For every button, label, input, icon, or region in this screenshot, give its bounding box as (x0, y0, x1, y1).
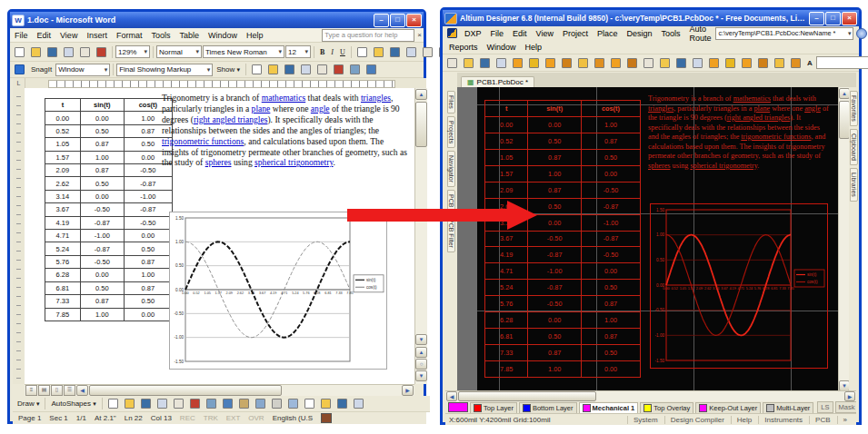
hyperlink[interactable]: spherical trigonometry (254, 157, 334, 167)
align-right-icon[interactable] (387, 44, 403, 59)
zoom-in-icon[interactable] (559, 55, 574, 70)
select-arrow-icon[interactable] (105, 397, 121, 411)
close-button[interactable]: × (842, 12, 857, 25)
line-spacing-icon[interactable] (404, 44, 419, 59)
status-button-help[interactable]: Help (731, 416, 757, 424)
arrow-icon[interactable] (138, 397, 154, 411)
hyperlink[interactable]: spheres (648, 162, 671, 170)
close-button[interactable]: × (406, 14, 422, 27)
rectangle-icon[interactable] (155, 397, 170, 411)
menu-edit[interactable]: Edit (508, 28, 532, 39)
sin-cos-chart[interactable]: 0.000.521.051.572.092.623.143.674.194.71… (169, 212, 387, 370)
minimize-button[interactable]: – (374, 14, 389, 27)
scroll-left-icon[interactable]: ◀ (76, 385, 88, 396)
cut-icon[interactable] (608, 55, 624, 70)
snagit-icon[interactable] (12, 63, 27, 77)
ls-button[interactable]: LS (817, 401, 833, 413)
font-size-combo[interactable]: 12▾ (285, 45, 311, 58)
scroll-down-icon[interactable]: ▼ (415, 334, 427, 345)
tab-stop-selector[interactable]: L (13, 78, 25, 88)
polygon-icon[interactable] (755, 55, 771, 70)
pad-icon[interactable] (690, 55, 705, 70)
menu-help[interactable]: Help (521, 42, 547, 53)
new-document-icon[interactable] (12, 44, 27, 59)
hyperlink[interactable]: spherical trigonometry (690, 162, 757, 170)
menu-window[interactable]: Window (483, 42, 521, 53)
line-color-icon[interactable] (285, 397, 301, 411)
menu-tools[interactable]: Tools (656, 28, 684, 39)
undo-icon[interactable] (657, 55, 673, 70)
wordart-icon[interactable] (204, 397, 219, 411)
new-icon[interactable] (444, 55, 460, 70)
menu-tools[interactable]: Tools (146, 30, 175, 41)
align-center-icon[interactable] (371, 44, 386, 59)
hscroll-thumb[interactable] (89, 385, 282, 396)
menu-dxp[interactable]: DXP (460, 28, 486, 39)
pcb-sin-cos-chart[interactable]: 0.000.521.051.572.092.623.143.674.194.71… (650, 203, 828, 369)
cross-probe-icon[interactable] (592, 55, 607, 70)
menu-reports[interactable]: Reports (444, 42, 483, 53)
word-document-area[interactable]: tsin(t)cos(t)0.000.001.000.520.500.871.0… (25, 88, 414, 384)
accept-change-icon[interactable] (282, 63, 297, 77)
browse-previous-icon[interactable]: ▲ (415, 347, 427, 358)
panel-tab-projects[interactable]: Projects (447, 116, 455, 148)
document-address-combo[interactable]: c:\veryTemp\PCB1.PcbDoc:NewName *▾ (715, 27, 853, 40)
toolbar-combo[interactable]: ▾ (816, 56, 868, 69)
ask-question-box[interactable]: Type a question for help (322, 29, 414, 42)
print-layout-view-icon[interactable]: ▯ (51, 385, 63, 396)
reject-change-icon[interactable] (298, 63, 314, 77)
dxp-logo-icon[interactable] (444, 26, 460, 41)
menu-insert[interactable]: Insert (82, 30, 112, 41)
via-icon[interactable] (706, 55, 722, 70)
hyperlink[interactable]: right angled triangles (727, 113, 791, 122)
layer-tab-top-layer[interactable]: Top Layer (470, 402, 517, 413)
minimize-button[interactable]: – (809, 12, 824, 25)
snagit-label[interactable]: SnagIt (28, 65, 55, 74)
status-button-instruments[interactable]: Instruments (758, 416, 808, 424)
open-icon[interactable] (461, 55, 476, 70)
preview-icon[interactable] (510, 55, 525, 70)
document-close-icon[interactable]: × (417, 31, 422, 39)
panel-tab-favorites[interactable]: Favorites (850, 91, 858, 126)
status-button-design-compiler[interactable]: Design Compiler (664, 416, 730, 424)
layer-tab-multi-layer[interactable]: Multi-Layer (763, 402, 813, 413)
back-nav-icon[interactable] (856, 28, 867, 39)
menu-file[interactable]: File (10, 30, 33, 41)
hyperlink[interactable]: plane (252, 104, 271, 113)
web-layout-view-icon[interactable]: ▤ (38, 385, 50, 396)
menu-help[interactable]: Help (242, 30, 268, 41)
status-button-system[interactable]: System (627, 416, 663, 424)
layer-tab-bottom-layer[interactable]: Bottom Layer (519, 402, 577, 413)
style-combo[interactable]: Normal▾ (156, 45, 202, 58)
next-change-icon[interactable] (265, 63, 281, 77)
dimension-icon[interactable] (772, 55, 787, 70)
dash-style-icon[interactable] (334, 397, 350, 411)
hyperlink[interactable]: mathematics (262, 93, 305, 103)
maximize-button[interactable]: □ (825, 12, 841, 25)
status-button-»[interactable]: » (837, 416, 853, 424)
draw-menu[interactable]: Draw ▾ (15, 399, 42, 408)
scroll-thumb[interactable] (415, 102, 427, 147)
hyperlink[interactable]: triangles (361, 93, 391, 103)
tables-icon[interactable] (364, 63, 379, 77)
scroll-right-icon[interactable]: ▶ (402, 385, 414, 396)
hyperlink[interactable]: right angled triangles (194, 114, 268, 124)
hyperlink[interactable]: triangles (648, 104, 673, 113)
new-comment-icon[interactable] (314, 63, 330, 77)
layer-tab-keep-out-layer[interactable]: Keep-Out Layer (695, 402, 761, 413)
panel-tab-files[interactable]: Files (447, 91, 455, 113)
panel-tab-navigator[interactable]: Navigator (447, 151, 455, 187)
align-left-icon[interactable] (354, 44, 370, 59)
menu-window[interactable]: Window (204, 30, 242, 41)
menu-place[interactable]: Place (593, 28, 623, 39)
scroll-up-icon[interactable]: ▲ (415, 89, 427, 100)
menu-table[interactable]: Table (175, 30, 204, 41)
font-color-icon[interactable] (302, 397, 317, 411)
string-icon[interactable] (788, 55, 803, 70)
wiring-icon[interactable] (673, 55, 689, 70)
print-icon[interactable] (494, 55, 509, 70)
pcb-trig-table[interactable]: tsin(t)cos(t)0.000.001.000.520.500.871.0… (484, 100, 641, 378)
numbering-icon[interactable] (420, 44, 435, 59)
show-menu[interactable]: Show ▾ (214, 65, 243, 74)
layer-tab-mechanical-1[interactable]: Mechanical 1 (579, 402, 639, 413)
